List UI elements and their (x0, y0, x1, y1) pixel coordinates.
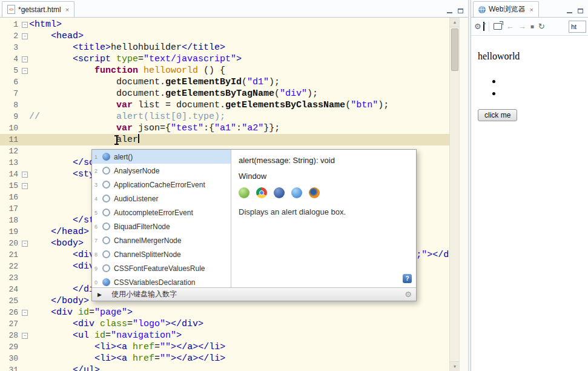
line-number: 19 (0, 226, 18, 238)
code-line[interactable]: 4− <script type="text/javascript"> (0, 53, 468, 65)
assist-item[interactable]: 3ApplicationCacheErrorEvent (92, 178, 231, 192)
fold-marker-icon[interactable]: − (18, 307, 29, 318)
assist-item-number: 7 (94, 238, 101, 244)
line-number: 26 (0, 307, 18, 318)
code-line[interactable]: 8 var list = document.getElementsByClass… (0, 99, 468, 111)
browser-viewport: helloworld click me (471, 36, 588, 371)
fold-marker-icon[interactable]: − (18, 53, 29, 65)
gear-icon[interactable]: ⚙ (474, 22, 481, 30)
chevron-down-icon[interactable]: ▾ (483, 22, 484, 31)
line-number: 6 (0, 76, 18, 88)
code-line[interactable]: 3 <title>hellohbuilder</title> (0, 42, 468, 53)
line-number: 9 (0, 111, 18, 122)
editor-scrollbar[interactable]: ▲ ▼ (449, 18, 460, 371)
back-icon[interactable]: ← (506, 22, 514, 30)
collapse-icon[interactable]: − (22, 183, 28, 189)
help-icon[interactable]: ? (403, 274, 412, 283)
editor-tab-getstart[interactable]: <> *getstart.html × (2, 1, 74, 17)
browser-toolbar: ⚙ ▾ ← → ■ ↻ ht (471, 18, 588, 36)
browser-tab[interactable]: Web浏览器 × (473, 1, 539, 17)
code-line[interactable]: 27 <div class="logo"></div> (0, 318, 468, 330)
doc-description: Displays an alert dialogue box. (239, 207, 409, 216)
assist-item[interactable]: 9CSSFontFeatureValuesRule (92, 261, 231, 275)
assist-item[interactable]: 5AutocompleteErrorEvent (92, 206, 231, 219)
line-number: 2 (0, 30, 18, 42)
code-line[interactable]: 31 </ul> (0, 364, 468, 371)
code-text: // alert(list[0].type); (29, 111, 468, 122)
code-line[interactable]: 29 <li><a href=""></a></li> (0, 341, 468, 353)
code-line[interactable]: 11 aler (0, 134, 468, 145)
assist-item[interactable]: 6BiquadFilterNode (92, 219, 231, 233)
line-number: 27 (0, 318, 18, 330)
fold-marker-icon[interactable]: − (18, 330, 29, 341)
code-line[interactable]: 10 var json={"test":{"a1":"a2"}}; (0, 122, 468, 134)
scroll-down-icon[interactable]: ▼ (450, 361, 460, 371)
assist-item[interactable]: 4AudioListener (92, 192, 231, 206)
assist-item-label: ApplicationCacheErrorEvent (114, 181, 205, 189)
assist-item[interactable]: 8ChannelSplitterNode (92, 247, 231, 261)
list-item (478, 75, 582, 87)
maximize-button[interactable] (578, 5, 583, 16)
stop-icon[interactable]: ■ (530, 24, 534, 30)
code-line[interactable]: 2− <head> (0, 30, 468, 42)
assist-item[interactable]: 2AnalyserNode (92, 164, 231, 178)
collapse-icon[interactable]: − (22, 241, 28, 247)
fold-gutter (18, 76, 29, 88)
scrollbar-thumb[interactable] (451, 28, 458, 71)
fold-marker-icon[interactable]: − (18, 65, 29, 76)
collapse-icon[interactable]: − (22, 22, 28, 28)
collapse-icon[interactable]: − (22, 33, 28, 39)
assist-item[interactable]: 1alert() (92, 150, 231, 164)
external-browser-icon[interactable] (494, 23, 502, 30)
forward-icon[interactable]: → (518, 22, 526, 30)
scroll-up-icon[interactable]: ▲ (450, 18, 460, 27)
text-cursor-icon (114, 135, 119, 145)
collapse-icon[interactable]: − (22, 333, 28, 339)
code-line[interactable]: 6 document.getElementById("d1"); (0, 76, 468, 88)
code-line[interactable]: 5− function helloworld () { (0, 65, 468, 76)
gear-icon[interactable]: ⚙ (405, 290, 412, 299)
line-number: 23 (0, 272, 18, 284)
fold-marker-icon[interactable]: − (18, 180, 29, 192)
line-number: 28 (0, 330, 18, 341)
code-text: <div id="page"> (29, 307, 468, 318)
close-icon[interactable]: × (529, 6, 533, 13)
click-me-button[interactable]: click me (478, 109, 517, 121)
collapse-icon[interactable]: − (22, 68, 28, 74)
assist-item-number: 3 (94, 182, 101, 188)
line-number: 25 (0, 295, 18, 307)
minimize-button[interactable] (447, 5, 452, 16)
toolbar-separator (489, 22, 489, 32)
collapse-icon[interactable]: − (22, 172, 28, 178)
assist-item-number: 4 (94, 196, 101, 202)
code-line[interactable]: 1−<html> (0, 19, 468, 30)
assist-item[interactable]: 0CSSVariablesDeclaration (92, 275, 231, 287)
fold-gutter (18, 295, 29, 307)
code-line[interactable]: 7 document.getElementsByTagName("div"); (0, 88, 468, 99)
assist-item-label: ChannelMergerNode (114, 236, 181, 245)
maximize-button[interactable] (458, 5, 463, 16)
code-line[interactable]: 30 <li><a href=""></a></li> (0, 353, 468, 364)
collapse-icon[interactable]: − (22, 310, 28, 316)
assist-item[interactable]: 7ChannelMergerNode (92, 233, 231, 247)
fold-gutter (18, 215, 29, 226)
overview-ruler (459, 18, 468, 371)
assist-item-label: CSSFontFeatureValuesRule (114, 264, 205, 273)
maximize-icon (578, 8, 583, 13)
code-line[interactable]: 26− <div id="page"> (0, 307, 468, 318)
code-line[interactable]: 9// alert(list[0].type); (0, 111, 468, 122)
url-input[interactable]: ht (569, 21, 586, 33)
fold-marker-icon[interactable]: − (18, 169, 29, 180)
collapse-icon[interactable]: − (22, 56, 28, 62)
fold-marker-icon[interactable]: − (18, 238, 29, 249)
class-icon (102, 167, 110, 175)
safari-icon (291, 187, 302, 198)
close-icon[interactable]: × (65, 6, 69, 13)
fold-gutter (18, 226, 29, 238)
line-number: 1 (0, 19, 18, 30)
minimize-button[interactable] (567, 5, 572, 16)
fold-marker-icon[interactable]: − (18, 30, 29, 42)
fold-marker-icon[interactable]: − (18, 19, 29, 30)
code-line[interactable]: 28− <ul id="navigation"> (0, 330, 468, 341)
refresh-icon[interactable]: ↻ (538, 22, 545, 30)
